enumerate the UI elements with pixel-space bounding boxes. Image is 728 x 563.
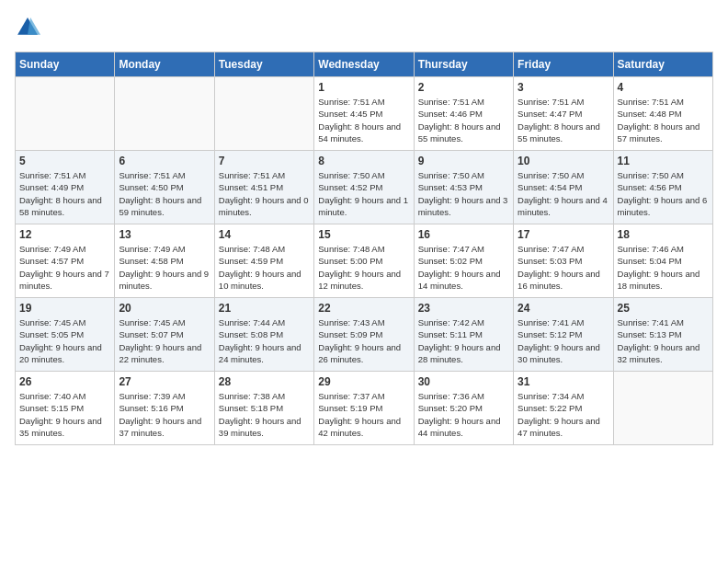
day-number: 13 [119, 228, 210, 241]
calendar-week-4: 19Sunrise: 7:45 AMSunset: 5:05 PMDayligh… [16, 298, 713, 372]
cell-info: Sunrise: 7:49 AMSunset: 4:57 PMDaylight:… [19, 244, 109, 291]
cell-info: Sunrise: 7:44 AMSunset: 5:08 PMDaylight:… [219, 317, 301, 364]
calendar-cell: 19Sunrise: 7:45 AMSunset: 5:05 PMDayligh… [16, 298, 115, 372]
calendar-cell: 28Sunrise: 7:38 AMSunset: 5:18 PMDayligh… [214, 372, 313, 445]
day-number: 4 [618, 81, 709, 94]
day-number: 15 [318, 228, 409, 241]
calendar-cell: 5Sunrise: 7:51 AMSunset: 4:49 PMDaylight… [16, 151, 115, 224]
cell-info: Sunrise: 7:50 AMSunset: 4:56 PMDaylight:… [618, 170, 708, 217]
calendar-cell: 6Sunrise: 7:51 AMSunset: 4:50 PMDaylight… [115, 151, 214, 224]
cell-info: Sunrise: 7:45 AMSunset: 5:05 PMDaylight:… [19, 317, 102, 364]
cell-info: Sunrise: 7:49 AMSunset: 4:58 PMDaylight:… [119, 244, 209, 291]
calendar-cell: 18Sunrise: 7:46 AMSunset: 5:04 PMDayligh… [613, 224, 712, 298]
cell-info: Sunrise: 7:50 AMSunset: 4:52 PMDaylight:… [318, 170, 408, 217]
calendar-cell: 9Sunrise: 7:50 AMSunset: 4:53 PMDaylight… [414, 151, 513, 224]
cell-info: Sunrise: 7:38 AMSunset: 5:18 PMDaylight:… [219, 391, 301, 438]
calendar-week-3: 12Sunrise: 7:49 AMSunset: 4:57 PMDayligh… [16, 224, 713, 298]
calendar-cell: 1Sunrise: 7:51 AMSunset: 4:45 PMDaylight… [314, 77, 414, 151]
weekday-header-monday: Monday [115, 52, 214, 77]
cell-info: Sunrise: 7:48 AMSunset: 5:00 PMDaylight:… [318, 244, 401, 291]
day-number: 9 [418, 155, 509, 167]
calendar-cell: 15Sunrise: 7:48 AMSunset: 5:00 PMDayligh… [314, 224, 414, 298]
cell-info: Sunrise: 7:45 AMSunset: 5:07 PMDaylight:… [119, 317, 201, 364]
cell-info: Sunrise: 7:51 AMSunset: 4:49 PMDaylight:… [19, 170, 102, 217]
calendar-cell [613, 372, 712, 445]
cell-info: Sunrise: 7:42 AMSunset: 5:11 PMDaylight:… [418, 317, 501, 364]
calendar-cell: 16Sunrise: 7:47 AMSunset: 5:02 PMDayligh… [414, 224, 513, 298]
day-number: 22 [318, 302, 409, 315]
calendar-cell: 26Sunrise: 7:40 AMSunset: 5:15 PMDayligh… [16, 372, 115, 445]
cell-info: Sunrise: 7:36 AMSunset: 5:20 PMDaylight:… [418, 391, 501, 438]
calendar-cell: 7Sunrise: 7:51 AMSunset: 4:51 PMDaylight… [214, 151, 313, 224]
day-number: 2 [418, 81, 509, 94]
day-number: 8 [318, 155, 409, 167]
weekday-header-saturday: Saturday [613, 52, 712, 77]
calendar-cell: 25Sunrise: 7:41 AMSunset: 5:13 PMDayligh… [613, 298, 712, 372]
day-number: 1 [318, 81, 409, 94]
day-number: 31 [518, 375, 609, 388]
calendar-table: SundayMondayTuesdayWednesdayThursdayFrid… [15, 52, 713, 445]
weekday-header-sunday: Sunday [16, 52, 115, 77]
day-number: 11 [618, 155, 709, 167]
calendar-cell: 24Sunrise: 7:41 AMSunset: 5:12 PMDayligh… [514, 298, 613, 372]
logo-icon [15, 15, 40, 40]
calendar-cell: 17Sunrise: 7:47 AMSunset: 5:03 PMDayligh… [514, 224, 613, 298]
day-number: 14 [219, 228, 310, 241]
calendar-cell [115, 77, 214, 151]
day-number: 20 [119, 302, 210, 315]
day-number: 3 [518, 81, 609, 94]
cell-info: Sunrise: 7:48 AMSunset: 4:59 PMDaylight:… [219, 244, 301, 291]
cell-info: Sunrise: 7:40 AMSunset: 5:15 PMDaylight:… [19, 391, 102, 438]
weekday-header-thursday: Thursday [414, 52, 513, 77]
day-number: 17 [518, 228, 609, 241]
cell-info: Sunrise: 7:46 AMSunset: 5:04 PMDaylight:… [618, 244, 700, 291]
weekday-header-wednesday: Wednesday [314, 52, 414, 77]
cell-info: Sunrise: 7:51 AMSunset: 4:46 PMDaylight:… [418, 97, 501, 144]
calendar-cell: 27Sunrise: 7:39 AMSunset: 5:16 PMDayligh… [115, 372, 214, 445]
day-number: 16 [418, 228, 509, 241]
cell-info: Sunrise: 7:50 AMSunset: 4:54 PMDaylight:… [518, 170, 608, 217]
cell-info: Sunrise: 7:50 AMSunset: 4:53 PMDaylight:… [418, 170, 508, 217]
calendar-week-5: 26Sunrise: 7:40 AMSunset: 5:15 PMDayligh… [16, 372, 713, 445]
calendar-cell: 30Sunrise: 7:36 AMSunset: 5:20 PMDayligh… [414, 372, 513, 445]
calendar-cell: 22Sunrise: 7:43 AMSunset: 5:09 PMDayligh… [314, 298, 414, 372]
day-number: 12 [19, 228, 110, 241]
svg-marker-1 [28, 17, 40, 35]
day-number: 6 [119, 155, 210, 167]
calendar-cell [16, 77, 115, 151]
calendar-cell: 8Sunrise: 7:50 AMSunset: 4:52 PMDaylight… [314, 151, 414, 224]
cell-info: Sunrise: 7:47 AMSunset: 5:03 PMDaylight:… [518, 244, 600, 291]
day-number: 18 [618, 228, 709, 241]
header [15, 15, 713, 40]
cell-info: Sunrise: 7:51 AMSunset: 4:50 PMDaylight:… [119, 170, 201, 217]
day-number: 10 [518, 155, 609, 167]
calendar-cell: 3Sunrise: 7:51 AMSunset: 4:47 PMDaylight… [514, 77, 613, 151]
calendar-cell: 11Sunrise: 7:50 AMSunset: 4:56 PMDayligh… [613, 151, 712, 224]
cell-info: Sunrise: 7:39 AMSunset: 5:16 PMDaylight:… [119, 391, 201, 438]
calendar-cell [214, 77, 313, 151]
day-number: 30 [418, 375, 509, 388]
day-number: 24 [518, 302, 609, 315]
calendar-cell: 23Sunrise: 7:42 AMSunset: 5:11 PMDayligh… [414, 298, 513, 372]
weekday-header-tuesday: Tuesday [214, 52, 313, 77]
cell-info: Sunrise: 7:47 AMSunset: 5:02 PMDaylight:… [418, 244, 501, 291]
day-number: 23 [418, 302, 509, 315]
calendar-cell: 10Sunrise: 7:50 AMSunset: 4:54 PMDayligh… [514, 151, 613, 224]
calendar-cell: 4Sunrise: 7:51 AMSunset: 4:48 PMDaylight… [613, 77, 712, 151]
calendar-week-1: 1Sunrise: 7:51 AMSunset: 4:45 PMDaylight… [16, 77, 713, 151]
day-number: 29 [318, 375, 409, 388]
day-number: 5 [19, 155, 110, 167]
day-number: 19 [19, 302, 110, 315]
day-number: 28 [219, 375, 310, 388]
cell-info: Sunrise: 7:51 AMSunset: 4:47 PMDaylight:… [518, 97, 600, 144]
weekday-header-friday: Friday [514, 52, 613, 77]
logo [15, 15, 44, 40]
calendar-cell: 20Sunrise: 7:45 AMSunset: 5:07 PMDayligh… [115, 298, 214, 372]
day-number: 25 [618, 302, 709, 315]
cell-info: Sunrise: 7:43 AMSunset: 5:09 PMDaylight:… [318, 317, 401, 364]
day-number: 27 [119, 375, 210, 388]
calendar-cell: 21Sunrise: 7:44 AMSunset: 5:08 PMDayligh… [214, 298, 313, 372]
calendar-cell: 14Sunrise: 7:48 AMSunset: 4:59 PMDayligh… [214, 224, 313, 298]
cell-info: Sunrise: 7:51 AMSunset: 4:51 PMDaylight:… [219, 170, 309, 217]
weekday-header-row: SundayMondayTuesdayWednesdayThursdayFrid… [16, 52, 713, 77]
